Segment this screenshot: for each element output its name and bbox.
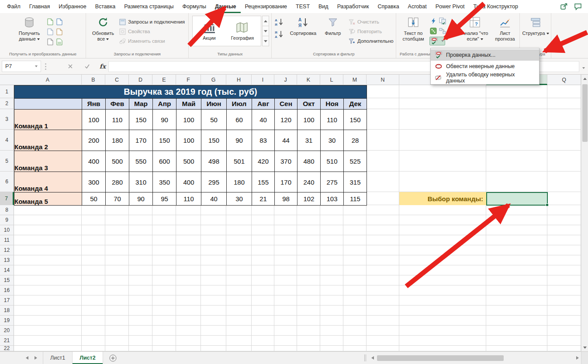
row-header-19[interactable]: 19 [0, 316, 14, 326]
team-name-cell[interactable]: Команда 5 [14, 192, 82, 206]
column-header-F[interactable]: F [176, 75, 201, 85]
menu-item-data-validation[interactable]: Проверка данных... [431, 49, 539, 61]
value-cell[interactable]: 90 [129, 192, 153, 206]
ribbon-tab-Вставка[interactable]: Вставка [91, 0, 120, 13]
value-cell[interactable]: 525 [344, 151, 367, 172]
value-cell[interactable]: 28 [344, 130, 367, 151]
column-header-B[interactable]: B [82, 75, 105, 85]
data-validation-dropdown-button[interactable] [429, 37, 445, 45]
team-selector-label-cell[interactable]: Выбор команды: [399, 192, 486, 205]
ribbon-tab-Файл[interactable]: Файл [3, 0, 25, 13]
value-cell[interactable]: 170 [129, 130, 153, 151]
value-cell[interactable]: 90 [227, 130, 252, 151]
ribbon-tab-Главная[interactable]: Главная [25, 0, 55, 13]
ribbon-tab-Типа Конструктор[interactable]: Типа Конструктор [469, 0, 522, 13]
enter-button[interactable] [82, 62, 92, 71]
month-header-cell[interactable]: Янв [82, 99, 106, 110]
refresh-all-button[interactable]: Обновить все [90, 16, 117, 42]
column-header-I[interactable]: I [252, 75, 274, 85]
value-cell[interactable]: 95 [153, 192, 176, 206]
value-cell[interactable]: 315 [344, 172, 367, 192]
value-cell[interactable]: 498 [201, 151, 227, 172]
value-cell[interactable]: 40 [252, 110, 275, 130]
row-header-22[interactable]: 22 [0, 346, 14, 351]
ribbon-tab-TEST[interactable]: TEST [291, 0, 314, 13]
row-header-21[interactable]: 21 [0, 336, 14, 346]
vertical-scrollbar[interactable] [581, 75, 588, 351]
value-cell[interactable]: 110 [176, 192, 201, 206]
gallery-more-button[interactable] [262, 36, 269, 46]
add-sheet-button[interactable] [107, 353, 119, 363]
value-cell[interactable]: 90 [153, 110, 176, 130]
value-cell[interactable]: 102 [297, 192, 321, 206]
column-header-A[interactable]: A [14, 75, 82, 85]
value-cell[interactable]: 500 [106, 151, 129, 172]
ribbon-tab-Избранное[interactable]: Избранное [54, 0, 90, 13]
row-header-13[interactable]: 13 [0, 255, 14, 265]
month-header-cell[interactable]: Мар [129, 99, 153, 110]
edit-links-button[interactable]: Изменить связи [119, 37, 165, 45]
column-header-L[interactable]: L [320, 75, 343, 85]
formula-bar-splitter[interactable] [45, 63, 46, 65]
ribbon-tab-Рецензирование[interactable]: Рецензирование [241, 0, 292, 13]
forecast-sheet-button[interactable]: Лист прогноза [492, 16, 518, 42]
value-cell[interactable]: 420 [252, 151, 275, 172]
recent-sources-icon[interactable] [55, 27, 63, 36]
outline-button[interactable]: Структура [522, 16, 550, 36]
row-header-15[interactable]: 15 [0, 275, 14, 285]
row-header-6[interactable]: 6 [0, 172, 14, 192]
month-header-cell[interactable]: Сен [275, 99, 297, 110]
from-table-range-icon[interactable] [46, 27, 54, 36]
existing-connections-icon[interactable] [46, 38, 54, 46]
column-header-H[interactable]: H [226, 75, 252, 85]
value-cell[interactable]: 180 [227, 172, 252, 192]
value-cell[interactable]: 110 [106, 110, 129, 130]
fill-handle[interactable] [546, 203, 549, 206]
month-header-cell[interactable]: Авг [252, 99, 275, 110]
horizontal-scroll-thumb[interactable] [377, 355, 504, 361]
value-cell[interactable]: 50 [82, 192, 106, 206]
sheet-nav-right-button[interactable] [31, 353, 40, 363]
value-cell[interactable]: 300 [82, 172, 106, 192]
value-cell[interactable]: 180 [106, 130, 129, 151]
remove-duplicates-icon[interactable] [439, 17, 446, 25]
column-header-Q[interactable]: Q [547, 75, 581, 85]
column-header-D[interactable]: D [129, 75, 152, 85]
month-header-cell[interactable]: Июн [201, 99, 227, 110]
team-name-cell[interactable]: Команда 4 [14, 172, 82, 192]
text-to-columns-button[interactable]: Текст по столбцам [399, 16, 428, 42]
column-header-M[interactable]: M [343, 75, 367, 85]
value-cell[interactable]: 310 [129, 172, 153, 192]
value-cell[interactable]: 200 [82, 130, 106, 151]
month-header-cell[interactable]: Ноя [321, 99, 344, 110]
value-cell[interactable]: 115 [344, 192, 367, 206]
value-cell[interactable]: 275 [321, 172, 344, 192]
value-cell[interactable]: 370 [275, 151, 297, 172]
month-header-cell[interactable]: Дек [344, 99, 367, 110]
value-cell[interactable]: 280 [106, 172, 129, 192]
row-header-8[interactable]: 8 [0, 205, 14, 215]
gallery-scroll-down-button[interactable] [262, 26, 269, 36]
value-cell[interactable]: 150 [153, 130, 176, 151]
column-header-G[interactable]: G [201, 75, 226, 85]
from-text-csv-icon[interactable] [46, 17, 54, 26]
value-cell[interactable]: 501 [227, 151, 252, 172]
advanced-filter-button[interactable]: Дополнительно [349, 37, 394, 45]
column-header-C[interactable]: C [105, 75, 129, 85]
consolidate-icon[interactable] [429, 27, 437, 35]
value-cell[interactable]: 155 [252, 172, 275, 192]
ribbon-tab-Данные[interactable]: Данные [211, 0, 241, 13]
insert-function-button[interactable]: fx [98, 62, 107, 71]
sort-ascending-button[interactable]: АЯ [274, 17, 284, 26]
value-cell[interactable]: 400 [82, 151, 106, 172]
month-header-cell[interactable]: Май [176, 99, 201, 110]
value-cell[interactable]: 70 [106, 192, 129, 206]
tab-scroll-splitter[interactable] [364, 354, 366, 361]
properties-button[interactable]: Свойства [119, 27, 150, 36]
month-header-cell[interactable]: Фев [106, 99, 129, 110]
table-title-cell[interactable]: Выручка за 2019 год (тыс. руб) [14, 86, 367, 99]
value-cell[interactable]: 480 [297, 151, 321, 172]
value-cell[interactable]: 170 [275, 172, 297, 192]
column-header-N[interactable]: N [367, 75, 399, 85]
row-header-12[interactable]: 12 [0, 245, 14, 255]
